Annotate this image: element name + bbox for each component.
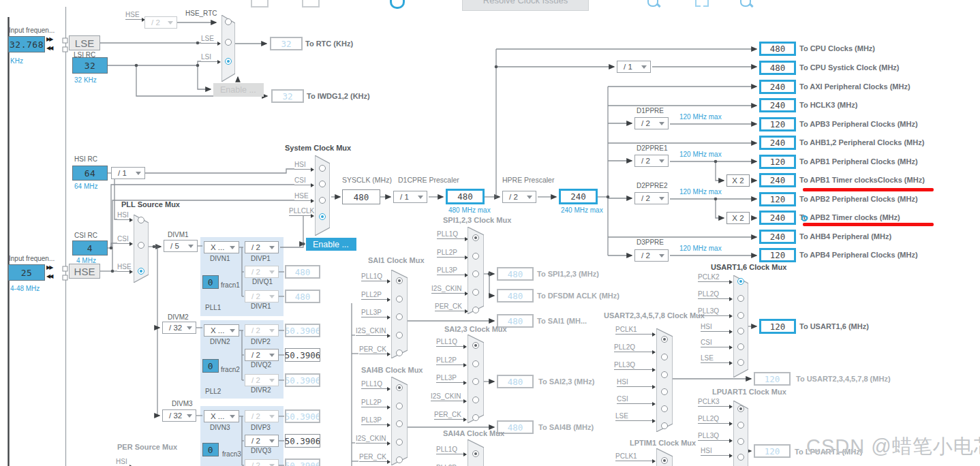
- divr3-divider: / 2: [245, 459, 279, 466]
- fit-view-icon[interactable]: [695, 0, 709, 7]
- sai23-clock-mux-option-2[interactable]: [472, 378, 479, 385]
- d2ppre2-divider[interactable]: / 2: [634, 192, 669, 204]
- usart16-clock-mux-option-4[interactable]: [737, 343, 744, 350]
- sai23-clock-mux-option-1[interactable]: [472, 360, 479, 367]
- apb1-value[interactable]: 120: [759, 155, 796, 169]
- pll-enable-button[interactable]: Enable ...: [306, 238, 356, 251]
- apb2-timer-value[interactable]: 240: [759, 211, 796, 225]
- ahb4-value[interactable]: 240: [759, 230, 796, 244]
- usart16-clock-mux-option-3[interactable]: [737, 328, 744, 335]
- hclk3-value[interactable]: 240: [759, 98, 796, 112]
- rtc-clock-mux-option-0[interactable]: [225, 18, 232, 25]
- rtc-clock-mux-option-1[interactable]: [225, 39, 232, 46]
- divm2-divider[interactable]: / 32: [162, 322, 196, 334]
- systick-divider[interactable]: / 1: [617, 61, 651, 73]
- sai4b-clock-mux-option-4[interactable]: [396, 456, 403, 463]
- lse-input-frequency[interactable]: 32.768: [8, 36, 45, 52]
- lpuart1-clock-mux-option-1[interactable]: [737, 422, 744, 429]
- divm3-divider[interactable]: / 32: [162, 409, 196, 422]
- sai1-clock-mux-option-2[interactable]: [396, 313, 403, 320]
- system-clock-mux-option-3[interactable]: [319, 213, 326, 220]
- divn2-multiplier[interactable]: X ...: [204, 324, 239, 337]
- pll-source-mux-option-2[interactable]: [138, 268, 144, 275]
- lpuart1-clock-mux-option-3[interactable]: [737, 454, 744, 461]
- apb1-timer-value[interactable]: 240: [759, 173, 796, 187]
- d1ppre-divider[interactable]: / 2: [634, 117, 669, 129]
- hsi-rc-value[interactable]: 64: [72, 166, 108, 181]
- zoom-out-icon[interactable]: [647, 0, 658, 7]
- divp1-divider[interactable]: / 2: [245, 241, 279, 253]
- sai23-clock-mux-option-0[interactable]: [472, 342, 479, 349]
- system-clock-mux-option-2[interactable]: [319, 197, 326, 204]
- fracn3-value[interactable]: 0: [202, 443, 219, 456]
- usart16-clock-mux-option-5[interactable]: [737, 359, 744, 366]
- usart2378-clock-mux-option-2[interactable]: [661, 371, 668, 378]
- spi123-clock-mux-option-3[interactable]: [472, 289, 479, 296]
- d1cpre-output[interactable]: 480: [446, 189, 485, 204]
- sai23-clock-mux-option-4[interactable]: [472, 414, 479, 421]
- system-clock-mux-option-1[interactable]: [319, 181, 326, 187]
- spi123-clock-mux-option-4[interactable]: [472, 307, 479, 313]
- usart2378-clock-mux-option-5[interactable]: [661, 422, 668, 429]
- sai4b-clock-mux-option-2[interactable]: [396, 420, 403, 427]
- axi-value[interactable]: 240: [759, 80, 796, 94]
- pll-source-mux-option-1[interactable]: [138, 242, 144, 249]
- file-icon-2[interactable]: [302, 0, 320, 7]
- d3ppre-divider[interactable]: / 2: [634, 249, 669, 262]
- cpu-clocks-value[interactable]: 480: [759, 42, 796, 56]
- divn3-multiplier[interactable]: X ...: [204, 410, 239, 422]
- d1cpre-divider[interactable]: / 1: [393, 191, 427, 203]
- usart16-clock-mux-option-0[interactable]: [737, 278, 744, 285]
- file-icon-1[interactable]: [251, 0, 269, 7]
- usart2378-clock-mux-option-0[interactable]: [661, 336, 668, 343]
- lpuart1-clock-mux-option-2[interactable]: [737, 438, 744, 445]
- ahb12-value[interactable]: 240: [759, 136, 796, 150]
- hse-input-frequency[interactable]: 25: [8, 264, 45, 281]
- sai4a-clock-mux-option-0[interactable]: [472, 450, 479, 457]
- sai1-clock-mux-option-1[interactable]: [396, 296, 403, 302]
- sai1-clock-mux-option-4[interactable]: [396, 350, 403, 356]
- divq3-divider[interactable]: / 2: [245, 435, 279, 447]
- pll-source-mux-option-0[interactable]: [138, 217, 144, 223]
- lpuart1-clock-mux-option-0[interactable]: [737, 405, 744, 412]
- sai4b-clock-mux-option-3[interactable]: [396, 439, 403, 446]
- systick-value[interactable]: 480: [759, 61, 796, 75]
- rtc-enable-button[interactable]: Enable ...: [213, 83, 264, 97]
- usart16-clock-mux-option-2[interactable]: [737, 312, 744, 319]
- divn1-multiplier[interactable]: X ...: [204, 241, 239, 253]
- apb3-value[interactable]: 120: [759, 117, 796, 131]
- rtc-clock-mux-option-2[interactable]: [225, 58, 232, 65]
- sai23-clock-mux-option-3[interactable]: [472, 397, 479, 403]
- undo-icon[interactable]: [390, 0, 405, 9]
- sysclk-value[interactable]: 480: [342, 189, 380, 204]
- sai4b-clock-mux-option-0[interactable]: [396, 384, 403, 391]
- usart16-clock-mux-option-1[interactable]: [737, 295, 744, 302]
- hpre-output[interactable]: 240: [559, 189, 598, 204]
- hsi-divider[interactable]: / 1: [111, 167, 145, 179]
- usart2378-clock-mux-option-1[interactable]: [661, 354, 668, 360]
- pll3q-value[interactable]: 50.3906: [285, 434, 320, 448]
- fracn2-value[interactable]: 0: [202, 359, 219, 373]
- fracn1-value[interactable]: 0: [202, 275, 219, 289]
- divq2-divider[interactable]: / 2: [245, 349, 279, 361]
- usart2378-clock-mux-option-4[interactable]: [661, 405, 668, 412]
- spi123-clock-mux-option-1[interactable]: [472, 253, 479, 260]
- apb2-value[interactable]: 120: [759, 192, 796, 206]
- sai1-clock-mux-option-0[interactable]: [396, 277, 403, 284]
- hpre-divider[interactable]: / 2: [502, 191, 536, 203]
- sai1-clock-mux-option-3[interactable]: [396, 332, 403, 339]
- d2ppre1-divider[interactable]: / 2: [634, 155, 669, 167]
- zoom-in-icon[interactable]: [740, 0, 751, 7]
- sai4b-clock-mux-option-1[interactable]: [396, 403, 403, 409]
- apb4-value[interactable]: 120: [759, 248, 796, 262]
- lsi-rc-value[interactable]: 32: [72, 57, 108, 74]
- spi123-clock-mux-option-2[interactable]: [472, 270, 479, 277]
- divm1-divider[interactable]: / 5: [164, 240, 198, 252]
- usart16-value[interactable]: 120: [759, 319, 796, 334]
- usart2378-clock-mux-option-3[interactable]: [661, 388, 668, 395]
- spi123-clock-mux-option-0[interactable]: [472, 234, 479, 241]
- lptim1-clock-mux-option-0[interactable]: [661, 457, 668, 464]
- csi-rc-value[interactable]: 4: [72, 240, 108, 255]
- pll2q-value[interactable]: 50.3906: [285, 348, 320, 362]
- system-clock-mux-option-0[interactable]: [319, 165, 326, 172]
